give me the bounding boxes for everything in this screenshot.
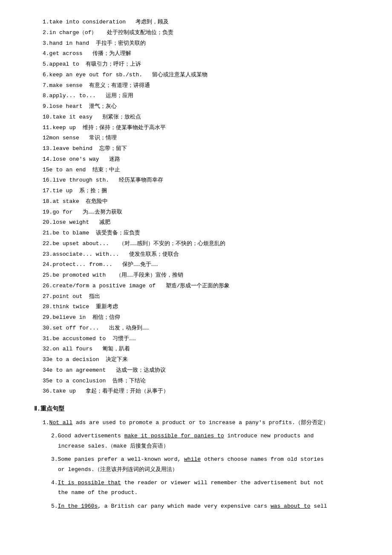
phrase-chinese: 指出 [89,293,100,300]
phrase-english: lose heart [49,103,83,110]
list-item: 21.be to blame 该受责备；应负责 [43,228,366,239]
phrase-number: 13. [43,145,52,152]
list-item: 17.tie up 系；拴；捆 [43,186,366,197]
phrase-number: 18. [43,198,52,205]
phrase-english: be to blame [52,230,89,236]
sentence-continuation: increase sales.（make 后接复合宾语） [51,441,366,451]
phrase-number: 1. [43,19,49,25]
phrase-number: 33 [43,356,49,363]
phrase-english: e to an agreement [49,367,106,373]
phrase-english: keep up [52,124,76,131]
phrase-number: 7. [43,82,49,89]
list-item: 1.take into consideration 考虑到，顾及 [43,17,366,28]
list-item: 4.get across 传播；为人理解 [43,49,366,59]
phrase-english: lose weight [52,219,89,225]
list-item: 35e to a conclusion 告终；下结论 [43,376,366,387]
phrase-chinese: 经历某事物而幸存 [119,177,163,183]
list-item: 16.live through sth. 经历某事物而幸存 [43,175,366,186]
list-item: 5.appeal to 有吸引力；呼吁；上诉 [43,59,366,70]
phrase-number: 4. [43,50,49,57]
phrase-number: 27. [43,293,52,300]
list-item: 19.go for 为……去努力获取 [43,207,366,218]
list-item: 31.be accustomed to 习惯于…… [43,334,366,344]
phrase-chinese: 常识；情理 [89,135,117,141]
list-item: 9.lose heart 泄气；灰心 [43,101,366,112]
phrase-chinese: 泄气；灰心 [89,103,117,110]
phrase-number: 32. [43,346,52,352]
sentence-continuation: or legends.（注意该并列连词的词义及用法） [51,465,366,474]
phrase-chinese: 忘带；留下 [99,145,127,152]
sentence-continuation: the name of the product. [51,488,366,497]
list-item: 30.set off for... 出发，动身到…… [43,323,366,334]
list-item: 24.protect... from... 保护……免于…… [43,260,366,270]
phrase-chinese: 有意义；有道理；讲得通 [89,82,150,89]
phrase-number: 35 [43,378,49,384]
phrase-english: take into consideration [49,19,126,25]
list-item: 11.keep up 维持；保持；使某事物处于高水平 [43,123,366,133]
sentence-item-2: 2.Good advertisements make it possible f… [43,430,366,452]
phrase-english: mon sense [49,135,79,141]
phrase-english: associate... with... [52,251,119,257]
phrase-english: point out [52,293,82,300]
list-item: 13.leave behind 忘带；留下 [43,144,366,154]
phrase-number: 12 [43,135,49,141]
phrase-english: apply... to... [49,92,96,99]
phrase-number: 15 [43,167,49,173]
phrase-chinese: 考虑到，顾及 [135,19,169,25]
phrase-chinese: 拿起；着手处理；开始（从事于） [86,388,169,394]
phrase-chinese: 处于控制或支配地位；负责 [107,29,173,36]
phrase-english: live through sth. [52,177,109,183]
phrase-chinese: 减肥 [99,219,110,225]
phrase-number: 9. [43,103,49,110]
phrase-number: 3. [43,40,49,46]
phrase-number: 34 [43,367,49,373]
phrase-english: keep an eye out for sb./sth. [49,72,142,78]
phrase-number: 16. [43,177,52,183]
list-item: 18.at stake 在危险中 [43,197,366,207]
phrase-number: 21. [43,230,52,236]
phrase-chinese: 有吸引力；呼吁；上诉 [86,61,141,67]
underline-text: Not all [49,419,73,426]
phrase-chinese: 留心或注意某人或某物 [152,72,208,78]
phrase-number: 2. [43,29,49,36]
phrase-number: 11. [43,124,52,131]
underline-text: make it possible for panies to [124,433,224,439]
list-item: 25.be promoted with （用……手段来）宣传，推销 [43,270,366,281]
phrase-chinese: 塑造/形成一个正面的形象 [166,283,230,289]
phrase-chinese: 匍匐，趴着 [102,346,130,352]
phrase-number: 8. [43,92,49,99]
phrase-number: 20. [43,219,52,225]
phrase-number: 6. [43,72,49,78]
list-item: 10.take it easy 别紧张；放松点 [43,112,366,123]
underline-text: It is possible that [58,480,121,486]
list-item: 20.lose weight 减肥 [43,217,366,228]
list-item: 12mon sense 常识；情理 [43,133,366,144]
list-item: 26.create/form a positive image of 塑造/形成… [43,281,366,292]
phrase-chinese: 手拉手；密切关联的 [96,40,146,46]
phrase-chinese: 迷路 [109,156,120,162]
list-item: 15e to an end 结束；中止 [43,165,366,176]
phrase-chinese: （对……感到）不安的；不快的；心烦意乱的 [119,240,225,247]
sentence-item-5: 5.In the 1960s, a British car pany which… [43,500,366,512]
main-content: 1.take into consideration 考虑到，顾及 2.in ch… [34,17,366,512]
phrase-english: be promoted with [52,272,106,278]
list-item: 33e to a decision 决定下来 [43,355,366,365]
phrase-number: 14. [43,156,52,162]
phrase-english: be accustomed to [52,335,106,342]
list-item: 7.make sense 有意义；有道理；讲得通 [43,81,366,91]
phrase-number: 25. [43,272,52,278]
sentence-item-1: 1.Not all ads are used to promote a prod… [43,417,366,428]
phrase-english: take it easy [52,114,92,120]
list-item: 14.lose one's way 迷路 [43,154,366,165]
list-item: 32.on all fours 匍匐，趴着 [43,344,366,355]
list-item: 28.think twice 重新考虑 [43,302,366,312]
phrase-number: 24. [43,261,52,268]
phrase-chinese: 传播；为人理解 [92,50,131,57]
phrase-chinese: 告终；下结论 [112,378,146,384]
phrase-english: lose one's way [52,156,99,162]
phrase-english: appeal to [49,61,79,67]
list-item: 27.point out 指出 [43,292,366,302]
phrase-number: 31. [43,335,52,342]
phrase-chinese: 出发，动身到…… [109,325,149,331]
phrase-english: set off for... [52,325,99,331]
